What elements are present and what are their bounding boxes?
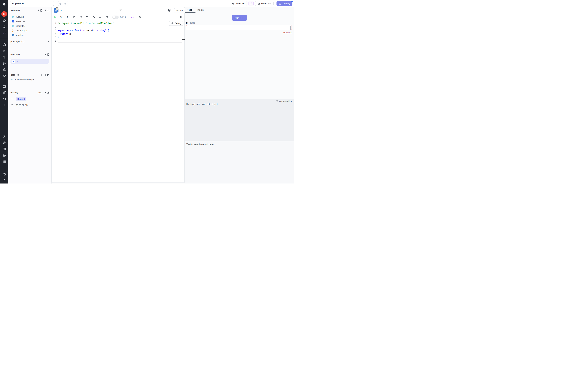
ai-edit-button[interactable] [131,14,134,20]
auto-scroll-toggle[interactable]: Auto scroll ✓ [276,100,293,102]
frontend-section-title: frontend [10,9,20,12]
rail-item-add[interactable] [0,102,9,108]
add-file-button[interactable] [37,9,43,12]
library-button[interactable] [179,14,182,20]
active-tab-underline [185,12,196,13]
rail-item-apps[interactable] [0,11,9,17]
tab-inputs[interactable]: Inputs [197,7,204,13]
nav-rail [0,0,9,184]
package-button[interactable] [79,14,82,20]
folder-icon [47,9,50,12]
script-name-input[interactable] [59,8,117,13]
plus-icon [37,9,40,12]
context-variables-button[interactable]: $ [59,14,63,20]
jobs-button[interactable]: Jobs (0) [230,1,247,6]
rail-item-logs[interactable] [0,159,9,164]
delete-script-button[interactable] [119,8,122,11]
code-line-content [58,39,182,43]
app-name-input[interactable] [10,1,54,6]
redo-button[interactable] [63,1,68,6]
ai-assistant-button[interactable] [249,1,254,6]
editor-scrollbar-marker[interactable] [182,39,185,40]
code-line[interactable]: 3export async function main(x: string) { [52,29,185,32]
database-columns-button[interactable] [168,9,171,12]
data-settings-gear-icon[interactable] [40,74,43,76]
rail-item-home[interactable] [0,42,9,47]
code-area[interactable]: 1// import * as wmill from "windmill-cli… [52,20,185,184]
format-button[interactable]: Format [174,8,186,13]
checkmark-icon: ✓ [291,100,293,102]
draft-button[interactable]: Draft ⌘S [255,1,274,6]
logs-empty-text: No logs are available yet [186,103,218,105]
expand-icon[interactable] [276,100,278,102]
history-entry-current[interactable]: Current [11,97,26,101]
file-row[interactable]: App.tsx [10,15,49,19]
rail-item-schedules[interactable] [0,83,9,89]
editor-settings-button[interactable] [138,14,142,20]
tab-test[interactable]: Test [187,7,192,13]
database-icon [168,9,171,12]
take-snapshot-button[interactable] [44,91,50,94]
add-table-button[interactable] [44,74,50,76]
rail-item-user[interactable] [0,133,9,139]
deploy-button[interactable]: Deploy [277,1,293,6]
undo-button[interactable] [58,1,63,6]
diff-plusminus-button[interactable]: ± [125,14,126,20]
file-row[interactable]: { } package.json [10,28,49,33]
rail-item-academy[interactable] [0,73,9,78]
field-x-input[interactable] [186,25,292,30]
editor-toggle-switch[interactable] [112,16,119,19]
rail-item-resources[interactable] [0,60,9,66]
code-line[interactable]: 4 return x [52,32,185,36]
add-backend-script-button[interactable] [44,53,50,56]
rail-item-help[interactable] [0,171,9,177]
file-row[interactable]: index.tsx [10,24,49,28]
rail-item-workers[interactable] [0,146,9,152]
component-output-button[interactable] [92,14,95,20]
code-line[interactable]: 6 [52,39,185,43]
rail-item-variables[interactable] [0,54,9,60]
rail-item-runs[interactable] [0,48,9,53]
history-entry-snapshot[interactable]: 03:23:22 PM [11,104,28,106]
rail-item-prism[interactable] [0,67,9,72]
backend-script-row-selected[interactable]: a a [10,59,49,64]
run-button[interactable]: Run ⌘↵ [232,15,247,21]
rail-item-flows[interactable] [0,90,9,95]
packages-row[interactable]: packages (7) [10,40,50,43]
reload-button[interactable] [105,14,108,20]
debug-button[interactable]: Debug [169,21,183,26]
line-number: 5 [52,36,56,39]
code-line[interactable]: 2 [52,25,185,29]
field-input-scrollbar[interactable] [290,26,291,30]
rail-item-favorites[interactable] [0,18,9,23]
plus-icon [44,92,47,94]
magic-wand-icon [3,32,6,35]
line-number: 6 [52,39,56,43]
windmill-logo-icon[interactable] [0,1,9,7]
rail-item-folders[interactable] [0,153,9,158]
package-lock-button[interactable] [85,14,89,20]
diff-label: Diff [120,14,123,20]
file-row[interactable]: 3 index.css [10,19,49,23]
script-file-button[interactable] [72,14,76,20]
file-row[interactable]: TS wmill.ts [10,33,49,37]
rail-item-collapse[interactable] [0,177,9,183]
add-folder-button[interactable] [44,9,50,12]
script-name: a [17,60,18,63]
code-line[interactable]: 1// import * as wmill from "windmill-cli… [52,22,185,25]
history-section-title: history [10,91,18,94]
history-current-badge: Current [16,97,26,101]
package-icon [86,16,88,18]
rail-item-search[interactable] [0,24,9,30]
rail-item-settings[interactable] [0,140,9,145]
library-books-icon [180,16,182,18]
database-button[interactable] [98,14,102,20]
undo-icon [59,2,62,5]
more-menu-button[interactable] [223,1,227,6]
user-icon [3,135,6,138]
secret-variables-button[interactable]: $ [66,14,69,20]
info-icon [17,74,19,76]
rail-item-ai-assistant[interactable] [0,30,9,36]
code-line[interactable]: 5} [52,36,185,39]
rail-item-mail[interactable] [0,96,9,102]
